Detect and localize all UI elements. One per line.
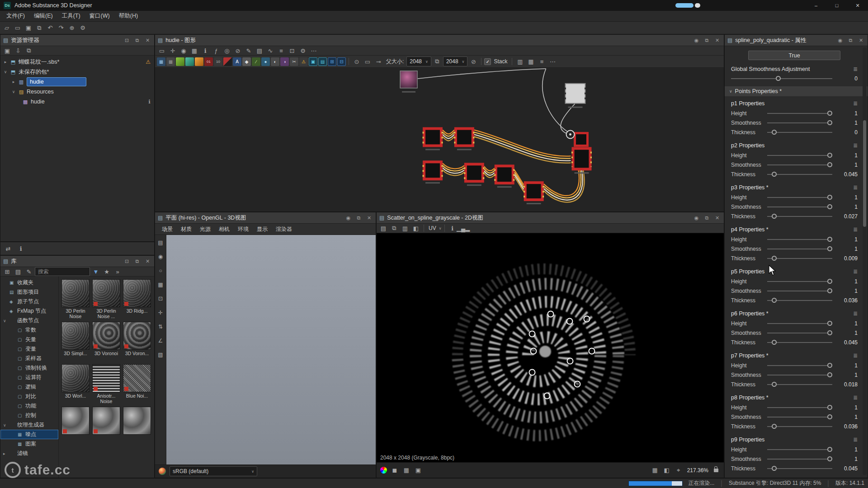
- overflow-icon[interactable]: »: [113, 267, 123, 276]
- slider-handle[interactable]: [772, 298, 777, 303]
- slider-handle[interactable]: [827, 321, 832, 326]
- category-logic[interactable]: ▢ 逻辑: [0, 382, 58, 392]
- colorspace-select[interactable]: sRGB (default) ∨: [170, 466, 257, 476]
- scrollbar-thumb[interactable]: [863, 120, 866, 227]
- material-sphere-icon[interactable]: [159, 468, 166, 475]
- smoothness-slider[interactable]: [767, 122, 832, 123]
- view3d-menu-item[interactable]: 渲染器: [272, 225, 296, 233]
- white-node[interactable]: [566, 84, 585, 108]
- slider-handle[interactable]: [827, 162, 832, 167]
- smoothness-slider[interactable]: [767, 206, 832, 207]
- value-processor-chip[interactable]: ⊟: [337, 57, 346, 66]
- undo-icon[interactable]: ↶: [45, 23, 55, 33]
- focus-icon[interactable]: ◉: [179, 46, 189, 55]
- true-toggle-button[interactable]: True: [748, 51, 840, 60]
- scrollbar[interactable]: [863, 47, 867, 475]
- search-icon[interactable]: ◎: [222, 46, 232, 55]
- smoothness-slider[interactable]: [767, 164, 832, 165]
- tree-item-package2[interactable]: ∨ ⬒ 未保存的包*: [0, 67, 154, 77]
- compare-icon[interactable]: ⇄: [3, 244, 13, 253]
- library-asset[interactable]: [91, 407, 121, 446]
- pin-icon[interactable]: ◉: [344, 215, 352, 221]
- category-control[interactable]: ▢ 控制: [0, 411, 58, 420]
- gradient-node-chip[interactable]: [185, 57, 194, 66]
- info-icon[interactable]: ℹ: [16, 244, 26, 253]
- category-atomic-nodes[interactable]: ◈ 原子节点: [0, 297, 58, 306]
- tiling-icon[interactable]: ▦: [401, 466, 411, 475]
- scene-icon[interactable]: ▤: [156, 239, 165, 247]
- save-all-icon[interactable]: ⧉: [34, 23, 44, 33]
- warning-chip[interactable]: ⚠: [299, 57, 308, 66]
- library-asset[interactable]: Anisotr... Noise: [91, 364, 121, 404]
- global-smoothness-slider[interactable]: [731, 78, 832, 79]
- minimize-button[interactable]: –: [806, 0, 826, 11]
- smoothness-slider[interactable]: [767, 375, 832, 375]
- category-fxmap-nodes[interactable]: ◈ FxMap 节点: [0, 306, 58, 316]
- float-icon[interactable]: ⧉: [355, 215, 363, 221]
- fxmap-b-chip[interactable]: ▤: [318, 57, 327, 66]
- layout-icon[interactable]: ▦: [526, 57, 536, 66]
- align-icon[interactable]: ≡: [276, 46, 286, 55]
- crop-node-chip[interactable]: ✂: [290, 57, 298, 66]
- info-icon[interactable]: ℹ: [148, 99, 151, 105]
- slider-handle[interactable]: [827, 288, 832, 293]
- link-icon[interactable]: ⊕: [67, 23, 77, 33]
- library-asset[interactable]: 3D Worl...: [61, 364, 90, 404]
- snapshot-icon[interactable]: ▦: [189, 46, 199, 55]
- bitmap-node-chip[interactable]: ▦: [157, 57, 165, 66]
- slider-handle[interactable]: [827, 447, 832, 452]
- category-feature[interactable]: ▢ 功能: [0, 401, 58, 411]
- group-menu-icon[interactable]: ≣: [853, 184, 858, 191]
- hsl-node-chip[interactable]: ◑: [280, 57, 289, 66]
- thickness-slider[interactable]: [767, 384, 832, 385]
- red-nodes[interactable]: [423, 129, 591, 204]
- category-graph-items[interactable]: ▤ 图形项目: [0, 287, 58, 297]
- category-pattern[interactable]: ▦ 图案: [0, 439, 58, 449]
- slider-handle[interactable]: [827, 372, 832, 377]
- thickness-slider[interactable]: [767, 258, 832, 259]
- view-mode-icon[interactable]: ▤: [13, 267, 23, 276]
- save-icon[interactable]: ▣: [2, 46, 12, 55]
- slider-handle[interactable]: [827, 237, 832, 242]
- bitmap-node[interactable]: [400, 71, 417, 93]
- slider-handle[interactable]: [772, 424, 777, 429]
- fill-node-chip[interactable]: ◆: [242, 57, 251, 66]
- fxmap-a-chip[interactable]: ▣: [309, 57, 317, 66]
- library-asset[interactable]: 3D Voronoi: [91, 322, 121, 361]
- thickness-slider[interactable]: [767, 174, 832, 175]
- thickness-slider[interactable]: [767, 300, 832, 301]
- pixel-processor-chip[interactable]: ⊞: [328, 57, 336, 66]
- chevron-down-icon[interactable]: ∨: [3, 70, 8, 74]
- slider-handle[interactable]: [772, 214, 777, 219]
- library-asset[interactable]: 3D Simpl...: [61, 322, 90, 361]
- library-asset[interactable]: 3D Ridg...: [122, 279, 152, 319]
- thickness-slider[interactable]: [767, 426, 832, 427]
- updown-icon[interactable]: ⇅: [156, 323, 165, 331]
- copy-icon[interactable]: ⧉: [389, 224, 399, 233]
- library-asset[interactable]: Blue Noi...: [122, 364, 152, 404]
- new-filter-icon[interactable]: ⊞: [2, 267, 12, 276]
- group-menu-icon[interactable]: ≣: [853, 268, 858, 275]
- category-cast[interactable]: ▢ 强制转换: [0, 363, 58, 373]
- image-node-chip[interactable]: [195, 57, 203, 66]
- slider-handle[interactable]: [827, 111, 832, 116]
- menu-item[interactable]: 工具(T): [57, 11, 85, 21]
- uv-dropdown[interactable]: UV: [429, 225, 436, 231]
- graph-name-edit-field[interactable]: hudie: [27, 77, 86, 86]
- binary-node-chip[interactable]: 10: [214, 57, 222, 66]
- pin-output-icon[interactable]: ⊙: [352, 57, 362, 66]
- menu-item[interactable]: 窗口(W): [85, 11, 114, 21]
- menu-item[interactable]: 帮助(H): [114, 11, 142, 21]
- slider-handle[interactable]: [776, 76, 781, 81]
- category-variable[interactable]: ▢ 变量: [0, 344, 58, 354]
- histogram-icon[interactable]: ▁▄▂: [458, 224, 468, 233]
- grid-icon[interactable]: ▦: [650, 466, 660, 475]
- chevron-right-icon[interactable]: ▸: [3, 60, 8, 64]
- svg-node-chip[interactable]: ▦: [166, 57, 175, 66]
- group-menu-icon[interactable]: ≣: [853, 226, 858, 233]
- height-slider[interactable]: [767, 239, 832, 240]
- select-tool-icon[interactable]: ▭: [157, 46, 167, 55]
- open-icon[interactable]: ▭: [13, 23, 23, 33]
- close-icon[interactable]: ✕: [144, 258, 151, 264]
- height-slider[interactable]: [767, 281, 832, 282]
